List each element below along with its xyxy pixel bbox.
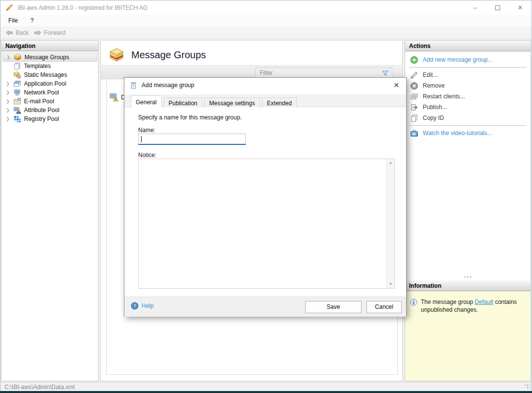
action-restart-clients[interactable]: Restart clients... xyxy=(405,91,531,102)
nav-toolbar: Back Forward xyxy=(0,26,532,39)
info-icon xyxy=(410,299,417,306)
action-edit[interactable]: Edit... xyxy=(405,69,531,80)
back-button[interactable]: Back xyxy=(5,29,29,37)
action-copy-id[interactable]: Copy ID xyxy=(405,113,531,123)
page-title: Message Groups xyxy=(131,49,206,61)
tab-general[interactable]: General xyxy=(131,95,162,107)
information-message: The message group Default contains unpub… xyxy=(421,298,522,381)
static-messages-icon xyxy=(13,71,21,79)
svg-text:?: ? xyxy=(133,303,136,308)
pencil-icon xyxy=(410,71,418,79)
templates-icon xyxy=(13,62,21,70)
dialog-title: Add message group xyxy=(142,82,194,89)
close-button[interactable]: ✕ xyxy=(509,0,532,15)
scroll-down-icon[interactable]: ▼ xyxy=(387,280,395,288)
tab-extended[interactable]: Extended xyxy=(262,97,297,108)
actions-header: Actions xyxy=(405,41,531,51)
expander-icon[interactable]: ❯ xyxy=(2,81,13,86)
add-message-group-dialog: Add message group ✕ General Publication … xyxy=(124,77,407,317)
expander-icon[interactable]: ❯ xyxy=(2,108,13,113)
dialog-instruction: Specify a name for this message group. xyxy=(138,114,242,121)
tree-item-templates[interactable]: Templates xyxy=(2,62,97,70)
tree-item-static-messages[interactable]: Static Messages xyxy=(2,70,97,79)
help-link[interactable]: ? Help xyxy=(131,302,154,310)
remove-icon xyxy=(410,82,418,90)
maximize-button[interactable] xyxy=(486,0,509,15)
notice-scrollbar[interactable]: ▲ ▼ xyxy=(386,159,394,288)
tree-item-message-groups[interactable]: ❯ Message Groups xyxy=(2,53,97,62)
publish-icon xyxy=(410,103,418,112)
separator xyxy=(409,67,527,68)
action-publish[interactable]: Publish... xyxy=(405,102,531,113)
message-groups-icon xyxy=(14,53,22,61)
dialog-footer: ? Help Save Cancel xyxy=(124,297,406,317)
data-file-path: C:\IBI-aws\Admin\Data.xml xyxy=(0,384,74,391)
message-groups-large-icon xyxy=(108,47,125,63)
information-header: Information xyxy=(405,280,531,291)
forward-button[interactable]: Forward xyxy=(34,29,66,37)
page-heading: Message Groups xyxy=(101,41,402,63)
tree-item-application-pool[interactable]: ❯ Application Pool xyxy=(2,79,97,88)
save-button[interactable]: Save xyxy=(305,301,362,313)
menu-help[interactable]: ? xyxy=(25,15,39,26)
expander-icon[interactable]: ❯ xyxy=(2,99,13,104)
tree-item-network-pool[interactable]: ❯ Network Pool xyxy=(2,88,97,97)
title-bar: IBI-aws Admin 1.28.0 - registered for IB… xyxy=(0,0,532,15)
expander-icon[interactable]: ❯ xyxy=(3,55,14,60)
notice-field[interactable] xyxy=(139,159,386,288)
attribute-pool-icon xyxy=(13,106,21,114)
app-window: { "window": { "title": "IBI-aws Admin 1.… xyxy=(0,0,532,393)
tree-item-email-pool[interactable]: ❯ E-mail Pool xyxy=(2,97,97,106)
menu-file[interactable]: File xyxy=(3,15,23,26)
filter-funnel-icon[interactable] xyxy=(382,69,389,77)
window-bottom-edge xyxy=(0,391,532,393)
network-pool-icon xyxy=(13,89,21,96)
dialog-form-icon xyxy=(130,82,137,89)
minimize-button[interactable]: – xyxy=(464,0,486,15)
app-quill-icon xyxy=(5,3,14,12)
expander-icon[interactable]: ❯ xyxy=(2,90,13,95)
tv-icon xyxy=(410,129,418,138)
maximize-icon xyxy=(495,5,500,10)
action-add-new-message-group[interactable]: Add new message group... xyxy=(405,54,531,65)
restart-clients-icon xyxy=(410,92,418,101)
tab-publication[interactable]: Publication xyxy=(164,97,202,108)
status-bar: C:\IBI-aws\Admin\Data.xml xyxy=(0,382,532,392)
forward-arrow-icon xyxy=(34,29,42,37)
email-pool-icon xyxy=(13,97,21,105)
help-icon: ? xyxy=(131,302,139,310)
default-group-link[interactable]: Default xyxy=(475,299,493,305)
tree-item-registry-pool[interactable]: ❯ Registry Pool xyxy=(2,115,97,123)
navigation-header: Navigation xyxy=(1,41,98,51)
dialog-body: Specify a name for this message group. N… xyxy=(124,107,406,297)
dialog-close-button[interactable]: ✕ xyxy=(387,78,406,92)
separator xyxy=(409,125,527,126)
list-item[interactable]: D xyxy=(109,92,125,102)
name-field[interactable] xyxy=(138,134,246,145)
monitor-warning-icon xyxy=(109,92,119,102)
tab-message-settings[interactable]: Message settings xyxy=(204,97,260,108)
window-title: IBI-aws Admin 1.28.0 - registered for IB… xyxy=(18,4,147,11)
resize-grip-icon[interactable] xyxy=(524,384,530,390)
expander-icon[interactable]: ❯ xyxy=(2,116,13,121)
panel-splitter-grip[interactable] xyxy=(405,276,531,278)
filter-input[interactable] xyxy=(256,69,382,76)
notice-label: Notice: xyxy=(138,152,156,159)
menu-bar: File ? xyxy=(0,15,532,26)
cancel-button[interactable]: Cancel xyxy=(366,301,402,313)
dialog-title-bar: Add message group xyxy=(124,78,406,92)
information-panel: Information The message group Default co… xyxy=(405,280,531,381)
navigation-panel: Navigation ❯ Message Groups Templates xyxy=(1,40,98,381)
right-sidebar: Actions Add new message group... Edit... xyxy=(405,40,531,381)
action-watch-video-tutorials[interactable]: Watch the video-tutorials... xyxy=(405,128,531,139)
add-icon xyxy=(410,56,418,64)
copy-icon xyxy=(410,114,418,122)
action-remove[interactable]: Remove xyxy=(405,80,531,91)
application-pool-icon xyxy=(13,80,21,88)
tree-item-attribute-pool[interactable]: ❯ Attribute Pool xyxy=(2,106,97,115)
back-arrow-icon xyxy=(5,29,13,37)
text-caret xyxy=(141,136,142,142)
name-label: Name: xyxy=(138,127,155,134)
notice-field-wrap: ▲ ▼ xyxy=(138,159,395,289)
scroll-up-icon[interactable]: ▲ xyxy=(387,159,395,167)
